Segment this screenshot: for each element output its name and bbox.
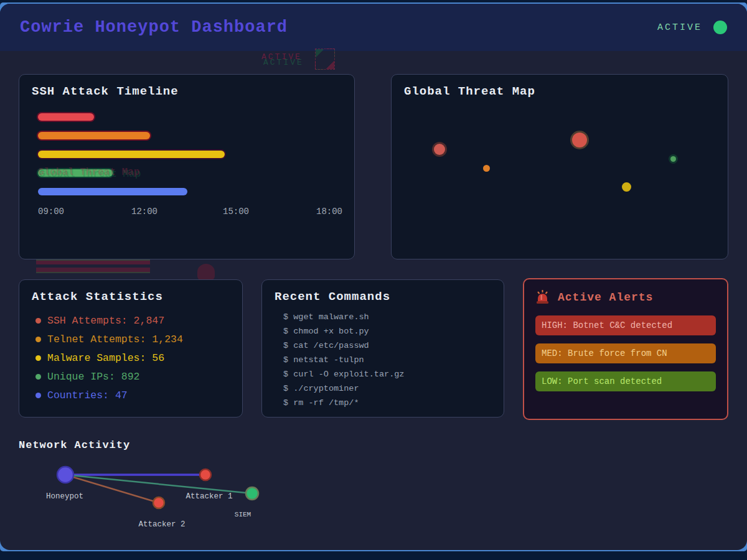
panel-title: Global Threat Map [404,85,715,98]
panel-title: Active Alerts [558,291,653,304]
command-line: $ curl -O exploit.tar.gz [283,367,491,381]
stats-list: SSH Attempts: 2,847Telnet Attempts: 1,23… [32,311,230,404]
threat-dot [622,182,631,192]
stat-bullet-icon [35,393,41,398]
status-label: ACTIVE [657,22,702,33]
status-indicator: ACTIVE [657,21,727,34]
network-node-label: Attacker 1 [186,492,232,501]
global-threat-map-panel: Global Threat Map [391,74,728,259]
stat-bullet-icon [35,337,41,342]
stat-item: SSH Attempts: 2,847 [32,311,230,330]
network-node-siem [246,487,258,500]
stat-bullet-icon [35,318,41,324]
axis-tick: 15:00 [223,207,249,217]
command-line: $ ./cryptominer [283,381,491,396]
network-edge [65,475,252,493]
network-node-label: SIEM [235,511,251,518]
command-line: $ chmod +x bot.py [283,324,491,338]
axis-tick: 18:00 [316,207,342,217]
alert-item: HIGH: Botnet C&C detected [535,315,716,335]
network-activity-title: Network Activity [19,439,728,451]
alerts-list: HIGH: Botnet C&C detectedMED: Brute forc… [535,315,716,391]
siren-icon [535,289,550,305]
network-graph-area: HoneypotAttacker 1Attacker 2SIEM [19,455,728,558]
network-node-label: Attacker 2 [138,520,185,529]
axis-tick: 09:00 [38,207,64,217]
panel-title: Recent Commands [275,290,491,304]
stat-item: Unique IPs: 892 [32,367,230,386]
main-content: SSH Attack Timeline Global Threat Map 09… [0,51,747,558]
stat-text: SSH Attempts: 2,847 [47,315,164,327]
ssh-attack-timeline-panel: SSH Attack Timeline Global Threat Map 09… [19,74,355,259]
stat-text: Malware Samples: 56 [47,352,164,364]
stat-item: Countries: 47 [32,386,230,404]
threat-dot [670,156,676,162]
recent-commands-panel: Recent Commands $ wget malware.sh$ chmod… [261,279,504,418]
stat-text: Countries: 47 [47,390,128,401]
timeline-bar [38,132,150,139]
command-line: $ netstat -tulpn [283,353,491,367]
stat-bullet-icon [35,374,41,380]
timeline-bar [38,188,187,195]
timeline-bar [38,113,94,121]
panel-title: SSH Attack Timeline [32,85,342,98]
command-line: $ cat /etc/passwd [283,338,491,353]
network-node-attacker1 [200,469,211,480]
threat-dot [572,133,587,147]
app-header: Cowrie Honeypot Dashboard ACTIVE [0,4,747,51]
app-title: Cowrie Honeypot Dashboard [20,18,288,37]
axis-tick: 12:00 [131,207,157,217]
stat-item: Malware Samples: 56 [32,348,230,367]
status-dot-icon [713,21,727,34]
attack-statistics-panel: Attack Statistics SSH Attempts: 2,847Tel… [19,279,243,418]
alert-item: MED: Brute force from CN [535,343,716,363]
timeline-x-axis: 09:00 12:00 15:00 18:00 [38,207,342,218]
stat-text: Unique IPs: 892 [47,371,140,383]
panel-title: Attack Statistics [32,290,230,304]
alerts-title-row: Active Alerts [535,289,716,305]
timeline-bar [38,169,113,177]
stat-bullet-icon [35,355,41,361]
threat-dot [483,165,490,172]
command-line: $ wget malware.sh [283,310,491,324]
network-graph: HoneypotAttacker 1Attacker 2SIEM [12,456,305,556]
command-line: $ rm -rf /tmp/* [283,396,491,410]
network-node-attacker2 [153,497,164,508]
timeline-bars [38,113,342,195]
network-node-label: Honeypot [46,492,83,501]
threat-dot [434,144,445,155]
network-node-honeypot [57,467,73,483]
stat-text: Telnet Attempts: 1,234 [47,334,183,345]
stat-item: Telnet Attempts: 1,234 [32,330,230,348]
timeline-bar [38,151,225,158]
active-alerts-panel: Active Alerts HIGH: Botnet C&C detectedM… [523,278,728,420]
dashboard-window: Cowrie Honeypot Dashboard ACTIVE ACTIVE … [0,4,747,550]
alert-item: LOW: Port scan detected [535,371,716,391]
command-list: $ wget malware.sh$ chmod +x bot.py$ cat … [283,310,491,410]
